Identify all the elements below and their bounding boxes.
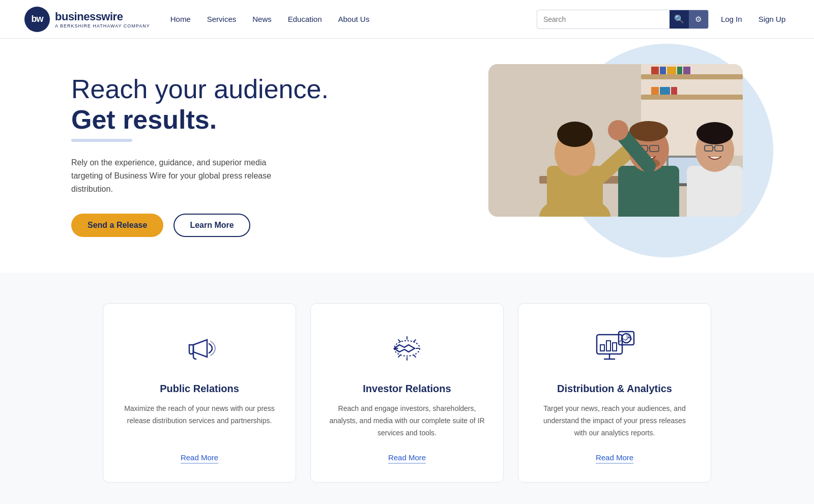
hero-title-line1: Reach your audience.	[71, 74, 329, 104]
svg-point-32	[608, 120, 628, 140]
svg-rect-33	[687, 166, 743, 217]
card-desc-investor-relations: Reach and engage investors, shareholders…	[329, 403, 485, 439]
send-release-button[interactable]: Send a Release	[71, 214, 163, 237]
header: bw businesswire A Berkshire Hathaway Com…	[0, 0, 814, 39]
card-link-public-relations[interactable]: Read More	[181, 453, 218, 464]
card-desc-public-relations: Maximize the reach of your news with our…	[122, 403, 277, 439]
signup-button[interactable]: Sign Up	[754, 12, 790, 26]
svg-rect-4	[651, 67, 659, 74]
svg-rect-9	[651, 87, 659, 95]
svg-rect-8	[683, 67, 690, 74]
logo[interactable]: bw businesswire A Berkshire Hathaway Com…	[24, 7, 150, 32]
svg-rect-6	[667, 67, 676, 74]
svg-rect-5	[660, 67, 666, 74]
svg-line-45	[414, 355, 416, 357]
svg-point-35	[696, 122, 733, 144]
svg-rect-51	[613, 343, 617, 351]
svg-point-26	[629, 121, 668, 141]
card-public-relations: Public Relations Maximize the reach of y…	[103, 303, 296, 483]
hero-illustration	[488, 64, 743, 217]
card-investor-relations: Investor Relations Reach and engage inve…	[310, 303, 504, 483]
card-desc-distribution-analytics: Target your news, reach your audiences, …	[537, 403, 692, 439]
nav-item-news[interactable]: News	[252, 15, 272, 24]
logo-text: businesswire A Berkshire Hathaway Compan…	[55, 10, 150, 28]
nav-link-home[interactable]: Home	[170, 15, 191, 23]
svg-rect-24	[618, 166, 679, 217]
svg-rect-10	[660, 87, 670, 95]
svg-line-46	[414, 340, 416, 342]
logo-sub: A Berkshire Hathaway Company	[55, 23, 150, 28]
hero-description: Rely on the experience, guidance, and su…	[71, 156, 295, 195]
card-link-investor-relations[interactable]: Read More	[388, 453, 426, 464]
nav-link-services[interactable]: Services	[207, 15, 237, 23]
nav-item-about[interactable]: About Us	[338, 15, 369, 24]
gear-icon: ⚙	[695, 15, 702, 24]
login-button[interactable]: Log In	[717, 12, 746, 26]
logo-initials: bw	[32, 14, 43, 24]
card-distribution-analytics: Distribution & Analytics Target your new…	[518, 303, 711, 483]
svg-rect-2	[641, 74, 743, 79]
public-relations-icon	[179, 328, 220, 369]
learn-more-button[interactable]: Learn More	[173, 214, 250, 237]
svg-rect-11	[671, 87, 677, 95]
logo-icon: bw	[24, 7, 50, 32]
nav-list: Home Services News Education About Us	[170, 15, 369, 24]
svg-line-44	[398, 340, 400, 342]
nav-link-about[interactable]: About Us	[338, 15, 369, 23]
hero-image	[488, 64, 743, 217]
nav-item-home[interactable]: Home	[170, 15, 191, 24]
search-settings-button[interactable]: ⚙	[689, 10, 708, 29]
nav-item-services[interactable]: Services	[207, 15, 237, 24]
svg-rect-50	[606, 341, 610, 351]
main-nav: Home Services News Education About Us	[170, 15, 369, 24]
search-icon: 🔍	[674, 14, 684, 24]
search-input[interactable]	[537, 15, 670, 23]
card-title-distribution-analytics: Distribution & Analytics	[557, 383, 672, 395]
svg-rect-49	[600, 345, 604, 351]
distribution-analytics-icon	[594, 328, 635, 369]
hero-image-area	[478, 74, 753, 237]
hero-title-line2: Get results.	[71, 105, 217, 134]
hero-buttons: Send a Release Learn More	[71, 214, 329, 237]
investor-relations-icon	[387, 328, 427, 369]
card-link-distribution-analytics[interactable]: Read More	[596, 453, 633, 464]
search-bar: 🔍 ⚙	[537, 10, 709, 29]
nav-link-education[interactable]: Education	[288, 15, 322, 23]
svg-rect-7	[677, 67, 682, 74]
hero-content: Reach your audience. Get results. Rely o…	[71, 74, 329, 237]
header-right: 🔍 ⚙ Log In Sign Up	[537, 10, 790, 29]
card-title-investor-relations: Investor Relations	[363, 383, 451, 395]
search-button[interactable]: 🔍	[670, 10, 689, 29]
svg-line-47	[398, 355, 400, 357]
hero-underline	[71, 139, 132, 142]
hero-section: Reach your audience. Get results. Rely o…	[0, 39, 814, 273]
svg-point-21	[557, 122, 593, 147]
cards-section: Public Relations Maximize the reach of y…	[0, 273, 814, 504]
card-title-public-relations: Public Relations	[160, 383, 239, 395]
svg-rect-3	[641, 95, 743, 100]
nav-item-education[interactable]: Education	[288, 15, 322, 24]
nav-link-news[interactable]: News	[252, 15, 272, 23]
logo-brand: businesswire	[55, 10, 150, 23]
hero-title: Reach your audience. Get results.	[71, 74, 329, 135]
